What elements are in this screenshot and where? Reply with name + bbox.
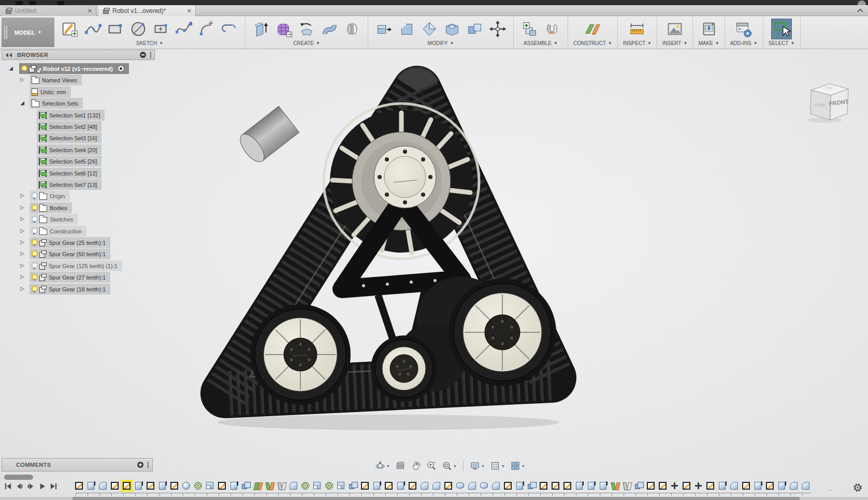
browser-item[interactable]: Selection Set3 [16] (37, 133, 102, 143)
zoom-icon[interactable] (424, 460, 439, 472)
sketch-slot-icon[interactable] (219, 19, 240, 39)
visibility-off-bulb-icon[interactable] (32, 216, 37, 223)
browser-row-spur-gear-125-teeth-1-1[interactable]: ▷Spur Gear (125 teeth) (1):1 (2, 260, 155, 271)
timeline-feature-sketch[interactable] (122, 481, 131, 490)
folder-icon[interactable] (57, 1, 64, 5)
timeline-feature-fillet[interactable] (491, 481, 500, 490)
timeline-feature-combine[interactable] (349, 481, 357, 490)
activate-component-radio[interactable] (118, 65, 124, 72)
browser-item[interactable]: Spur Gear (50 teeth):1 (30, 248, 110, 259)
toolbar-group-label[interactable]: CONSTRUCT▼ (573, 40, 612, 46)
expand-arrow-icon[interactable]: ▷ (19, 274, 25, 280)
step-forward-button[interactable] (27, 482, 35, 492)
browser-row-robot-v12-v1-recovered[interactable]: ◢Robot v12 (v1~recovered) (2, 63, 155, 74)
expand-arrow-icon[interactable]: ▷ (19, 204, 25, 210)
timeline-feature-circular-pattern[interactable] (325, 481, 334, 490)
visibility-off-bulb-icon[interactable] (32, 262, 37, 269)
toolbar-group-label[interactable]: ASSEMBLE▼ (524, 40, 558, 46)
timeline-ruler[interactable] (76, 493, 811, 496)
toolbar-group-label[interactable]: SELECT▼ (769, 40, 795, 46)
step-back-button[interactable] (16, 482, 23, 492)
browser-row-construction[interactable]: ▷Construction (2, 226, 155, 237)
timeline-feature-mirror-body[interactable] (623, 481, 631, 490)
browser-item[interactable]: Selection Set2 [48] (37, 121, 102, 132)
toolbar-group-label[interactable]: INSERT▼ (662, 40, 687, 46)
browser-row-selection-set4-20[interactable]: Selection Set4 [20] (2, 144, 155, 155)
timeline-feature-extrude[interactable] (515, 481, 524, 490)
timeline-scrollbar-thumb[interactable] (73, 497, 800, 500)
timeline-feature-combine[interactable] (241, 481, 250, 490)
timeline-feature-extrude[interactable] (777, 481, 786, 490)
browser-row-sketches[interactable]: ▷Sketches (2, 214, 155, 225)
visibility-on-bulb-icon[interactable] (32, 239, 37, 246)
browser-header[interactable]: BROWSER (2, 50, 155, 60)
revolve-icon[interactable] (296, 19, 317, 39)
press-pull-icon[interactable] (373, 19, 394, 39)
sketch-rectangle-center-icon[interactable] (151, 19, 171, 39)
toolbar-group-label[interactable]: ADD-INS▼ (730, 40, 758, 46)
browser-row-selection-set5-26[interactable]: Selection Set5 [26] (2, 156, 155, 167)
sweep-icon[interactable] (319, 19, 340, 39)
timeline-feature-fillet[interactable] (420, 481, 429, 490)
new-component-icon[interactable] (519, 19, 540, 39)
skip-start-button[interactable] (4, 482, 12, 492)
play-button[interactable] (38, 482, 46, 492)
close-icon[interactable]: × (187, 7, 191, 14)
browser-row-spur-gear-25-teeth-1[interactable]: ▷Spur Gear (25 teeth):1 (2, 237, 155, 248)
timeline-feature-sketch[interactable] (170, 481, 179, 490)
timeline-feature-extrude[interactable] (599, 481, 607, 490)
browser-item[interactable]: Selection Set5 [26] (37, 156, 102, 167)
timeline-feature-extrude[interactable] (158, 481, 167, 490)
timeline-feature-extrude[interactable] (372, 481, 381, 490)
timeline-feature-sketch[interactable] (551, 481, 560, 490)
collapse-arrow-icon[interactable]: ◢ (19, 100, 25, 106)
visibility-on-bulb-icon[interactable] (32, 251, 37, 257)
form-icon[interactable] (273, 19, 294, 39)
expand-arrow-icon[interactable]: ▷ (19, 216, 25, 222)
select-cursor-icon[interactable] (771, 19, 792, 39)
joint-icon[interactable] (542, 19, 562, 39)
visibility-on-bulb-icon[interactable] (32, 204, 37, 211)
measure-icon[interactable] (627, 19, 647, 39)
expand-arrow-icon[interactable]: ▷ (19, 239, 25, 245)
browser-item[interactable]: Selection Set1 [132] (37, 110, 105, 121)
timeline-feature-sketch[interactable] (408, 481, 417, 490)
browser-item[interactable]: Spur Gear (125 teeth) (1):1 (30, 260, 122, 271)
expand-arrow-icon[interactable]: ▷ (19, 251, 25, 256)
timeline-feature-fillet[interactable] (98, 481, 107, 490)
grid-display-icon[interactable]: ▼ (488, 460, 507, 472)
browser-item[interactable]: Spur Gear (18 teeth):1 (30, 284, 110, 295)
timeline-feature-fillet[interactable] (789, 481, 798, 490)
visibility-on-bulb-icon[interactable] (32, 274, 37, 281)
browser-item[interactable]: Selection Set7 [13] (37, 179, 102, 190)
timeline-feature-sketch[interactable] (765, 481, 774, 490)
timeline-feature-sphere-primitive[interactable] (182, 481, 191, 490)
expand-arrow-icon[interactable]: ▷ (19, 286, 25, 291)
skip-end-button[interactable] (50, 482, 57, 492)
timeline-scrollbar[interactable] (0, 497, 868, 500)
browser-row-spur-gear-50-teeth-1[interactable]: ▷Spur Gear (50 teeth):1 (2, 248, 155, 259)
browser-row-selection-set1-132[interactable]: Selection Set1 [132] (2, 110, 155, 121)
timeline-feature-cylinder-primitive[interactable] (480, 481, 488, 490)
visibility-off-bulb-icon[interactable] (32, 228, 37, 234)
3d-model-robot-track[interactable] (171, 52, 585, 437)
timeline-feature-sketch[interactable] (658, 481, 667, 490)
timeline-feature-move[interactable] (694, 481, 703, 490)
timeline-settings-gear-icon[interactable] (852, 482, 863, 493)
fillet-icon[interactable] (396, 19, 417, 39)
timeline-feature-circular-pattern[interactable] (194, 481, 202, 490)
browser-item[interactable]: Sketches (30, 214, 78, 225)
print-3d-icon[interactable] (699, 19, 719, 39)
timeline-feature-sketch[interactable] (539, 481, 548, 490)
timeline-feature-sketch[interactable] (682, 481, 691, 490)
timeline-feature-extrude[interactable] (587, 481, 596, 490)
timeline-feature-box-primitive[interactable] (206, 481, 214, 490)
browser-row-selection-sets[interactable]: ◢Selection Sets (2, 98, 155, 109)
combine-icon[interactable] (465, 19, 485, 39)
timeline-feature-fillet[interactable] (730, 481, 739, 490)
panel-resize-handle[interactable] (150, 52, 151, 58)
display-settings-icon[interactable]: ▼ (468, 460, 487, 472)
browser-row-spur-gear-27-teeth-1[interactable]: ▷Spur Gear (27 teeth):1 (2, 272, 155, 283)
user-avatar[interactable] (858, 1, 866, 5)
timeline-feature-sketch[interactable] (75, 481, 83, 490)
